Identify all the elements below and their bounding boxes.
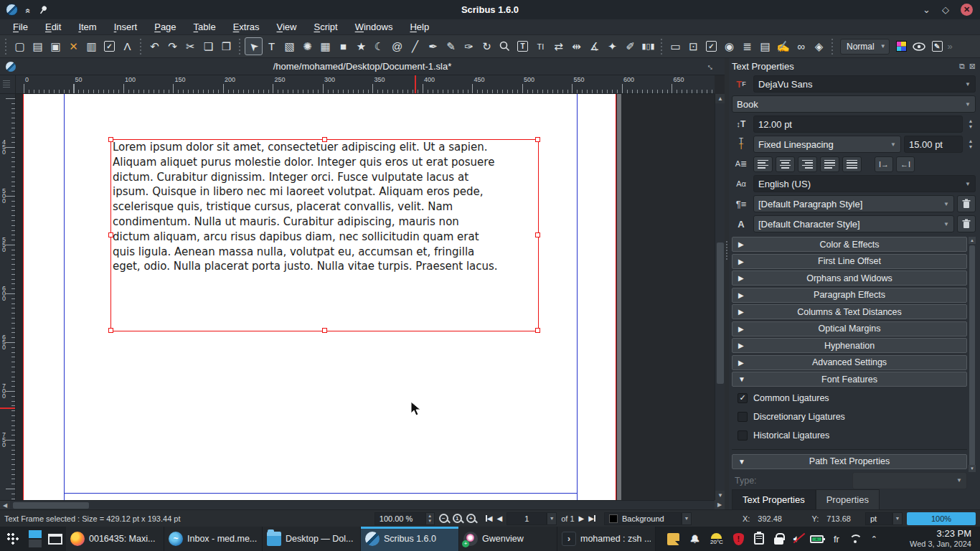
pdf-link-annotation-icon[interactable]: ∞: [792, 37, 810, 55]
section-columns-text-distances[interactable]: ▶Columns & Text Distances: [732, 304, 967, 319]
copy-icon[interactable]: ❏: [199, 37, 217, 55]
frame-handle[interactable]: [535, 328, 540, 333]
cut-icon[interactable]: ✂: [182, 37, 199, 55]
clock[interactable]: 3:23 PM Wed 3, Jan, 2024: [910, 527, 980, 551]
task-dolphin[interactable]: Desktop — Dol...: [263, 527, 361, 551]
story-editor-icon[interactable]: TI: [532, 37, 550, 55]
unit-dropdown-icon[interactable]: ▼: [892, 512, 903, 525]
section-advanced-settings[interactable]: ▶Advanced Settings: [732, 355, 967, 370]
measurements-icon[interactable]: ∡: [585, 37, 603, 55]
task-thunderbird[interactable]: Inbox - med.me...: [164, 527, 263, 551]
font-family-combo[interactable]: DejaVu Sans▼: [753, 75, 976, 93]
canvas[interactable]: Lorem ipsum dolor sit amet, consectetuer…: [16, 94, 715, 500]
align-justify-button[interactable]: [820, 156, 839, 172]
font-style-combo[interactable]: Book▼: [732, 95, 976, 113]
minimize-icon[interactable]: ⌄: [923, 5, 930, 14]
save-document-icon[interactable]: ▣: [47, 37, 65, 55]
layer-selector[interactable]: Background: [604, 512, 682, 525]
weather-icon[interactable]: 20°C: [710, 533, 723, 545]
section-optical-margins[interactable]: ▶Optical Margins: [732, 321, 967, 336]
menu-page[interactable]: Page: [147, 20, 183, 34]
horizontal-ruler[interactable]: 050100150200250300350400450500550600650: [16, 75, 715, 94]
keep-above-icon[interactable]: «: [23, 8, 33, 11]
vertical-scrollbar-thumb[interactable]: [717, 242, 724, 384]
insert-render-frame-icon[interactable]: ✺: [298, 37, 316, 55]
linespacing-spinner[interactable]: ▲▼: [966, 136, 976, 153]
app-launcher-button[interactable]: [0, 527, 26, 551]
pdf-radio-button-icon[interactable]: ◉: [720, 37, 738, 55]
document-titlebar[interactable]: /home/mohamed/Desktop/Document-1.sla* ↔: [0, 58, 725, 75]
linespacing-mode-combo[interactable]: Fixed Linespacing▼: [753, 136, 901, 153]
toolbar-handle[interactable]: [3, 39, 9, 55]
virtual-desktop-pager[interactable]: [26, 527, 44, 551]
paragraph-style-combo[interactable]: [Default Paragraph Style]▼: [753, 195, 954, 212]
export-pdf-icon[interactable]: Λ: [118, 37, 136, 55]
sections-scrollbar[interactable]: ▲: [969, 237, 976, 478]
previous-page-button[interactable]: ◀: [497, 514, 503, 522]
panel-float-icon[interactable]: ⧉: [959, 62, 965, 71]
pdf-text-field-icon[interactable]: ⊡: [684, 37, 702, 55]
checkbox-checked-icon[interactable]: ✓: [738, 393, 748, 403]
character-style-combo[interactable]: [Default Character Style]▼: [753, 215, 954, 232]
open-document-icon[interactable]: ▤: [29, 37, 47, 55]
pdf-3d-annotation-icon[interactable]: ◈: [810, 37, 828, 55]
frame-handle[interactable]: [108, 232, 113, 237]
toolbar-handle[interactable]: [659, 39, 665, 55]
cmyk-swatch-icon[interactable]: [892, 37, 910, 55]
menu-insert[interactable]: Insert: [107, 20, 145, 34]
keyboard-layout-indicator[interactable]: fr: [834, 534, 839, 545]
toolbar-handle[interactable]: [237, 39, 243, 55]
frame-handle[interactable]: [108, 328, 113, 333]
task-firefox[interactable]: 0016435: Maxi...: [66, 527, 164, 551]
align-right-button[interactable]: [798, 156, 817, 172]
zoom-100-icon[interactable]: 1: [453, 514, 462, 523]
eye-dropper-icon[interactable]: ✐: [621, 37, 639, 55]
align-force-justify-button[interactable]: [842, 156, 862, 172]
ligature-option[interactable]: Historical Ligatures: [732, 426, 967, 445]
insert-line-icon[interactable]: ╱: [406, 37, 424, 55]
pdf-push-button-icon[interactable]: ▭: [666, 37, 684, 55]
next-page-button[interactable]: ▶: [579, 514, 585, 522]
insert-bezier-icon[interactable]: ✒: [424, 37, 442, 55]
tab-properties[interactable]: Properties: [816, 489, 880, 509]
insert-barcode-icon[interactable]: ▮▯▮: [639, 37, 657, 55]
linespacing-value-field[interactable]: 15.00 pt: [904, 136, 963, 153]
section-hyphenation[interactable]: ▶Hyphenation: [732, 338, 967, 353]
paste-icon[interactable]: ❒: [217, 37, 235, 55]
close-icon[interactable]: ✕: [961, 4, 973, 16]
horizontal-scrollbar[interactable]: ◀: [0, 500, 715, 509]
frame-handle[interactable]: [322, 328, 327, 333]
new-document-icon[interactable]: ▢: [11, 37, 29, 55]
print-document-icon[interactable]: ▥: [83, 37, 100, 55]
notes-tray-icon[interactable]: [667, 533, 679, 545]
section-first-line-offset[interactable]: ▶First Line Offset: [732, 254, 967, 269]
checkbox-icon[interactable]: [738, 412, 748, 422]
security-shield-icon[interactable]: !: [733, 533, 744, 545]
notifications-icon[interactable]: 🔔︎: [689, 533, 700, 545]
sections-scrollbar-thumb[interactable]: [969, 245, 975, 469]
scroll-right-icon[interactable]: ▶: [715, 500, 725, 509]
tray-expand-icon[interactable]: ⌃: [871, 534, 877, 544]
toolbar-overflow-icon[interactable]: »: [948, 41, 953, 52]
pdf-combo-box-icon[interactable]: ≣: [738, 37, 756, 55]
menu-help[interactable]: Help: [402, 20, 436, 34]
zoom-in-icon[interactable]: +: [466, 514, 476, 523]
battery-icon[interactable]: [810, 535, 824, 543]
wifi-icon[interactable]: [849, 534, 861, 543]
toolbar-handle[interactable]: [829, 39, 836, 55]
pdf-checkbox-icon[interactable]: ✓: [702, 37, 720, 55]
section-font-features[interactable]: ▼Font Features: [732, 372, 967, 387]
checkbox-icon[interactable]: [738, 430, 748, 441]
zoom-out-icon[interactable]: −: [439, 514, 448, 523]
undo-icon[interactable]: ↶: [146, 37, 164, 55]
scroll-down-icon[interactable]: ▼: [715, 491, 725, 500]
pdf-text-annotation-icon[interactable]: ✍: [774, 37, 792, 55]
language-combo[interactable]: English (US)▼: [753, 175, 976, 192]
text-direction-rtl-button[interactable]: ←I: [896, 156, 915, 172]
layer-dropdown-icon[interactable]: ▼: [682, 512, 692, 525]
insert-arc-icon[interactable]: ☾: [370, 37, 388, 55]
horizontal-scrollbar-thumb[interactable]: [13, 502, 89, 509]
copy-item-properties-icon[interactable]: ✦: [603, 37, 621, 55]
lock-icon[interactable]: [774, 537, 783, 545]
page-number-field[interactable]: 1: [507, 512, 547, 525]
